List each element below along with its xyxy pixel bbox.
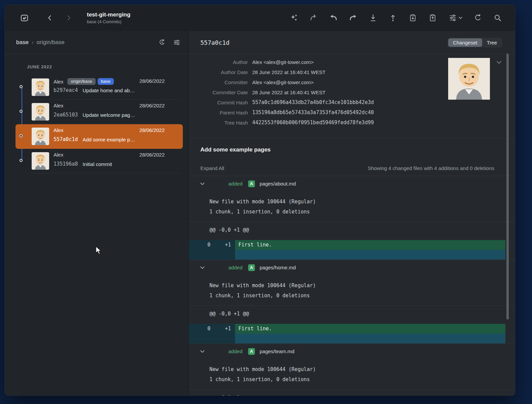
commit-row-line1: Alex origin/basebase 28/06/2022 <box>54 78 165 85</box>
changed-file-header[interactable]: added A pages/team.md <box>189 344 515 359</box>
tab-tree[interactable]: Tree <box>482 38 502 47</box>
filter-sliders-icon <box>173 38 181 46</box>
app-window: test-git-merging base (4 Commits) <box>5 5 515 396</box>
file-status-badge: A <box>248 180 255 187</box>
commit-message: Add some example p… <box>82 137 135 142</box>
quick-actions-button[interactable] <box>289 13 298 23</box>
undo-icon <box>309 13 318 22</box>
commit-date: 28/06/2022 <box>139 127 165 133</box>
hunk-header-row: @@ -0,0 +1 @@ <box>189 222 515 240</box>
commit-row[interactable]: Alex 28/06/2022 557a0c1d Add some exampl… <box>5 124 188 149</box>
window-title: test-git-merging <box>87 11 130 18</box>
repository-icon <box>20 13 29 23</box>
commit-date: 28/06/2022 <box>139 152 165 158</box>
tab-changeset[interactable]: Changeset <box>448 38 482 47</box>
file-status: added <box>208 348 242 354</box>
changed-file-header[interactable]: added A pages/about.md <box>189 176 515 191</box>
commit-row[interactable]: Alex 28/06/2022 135196a8 Initial commit <box>5 149 188 173</box>
commit-date: 28/06/2022 <box>139 103 165 108</box>
meta-label: Parent Hash <box>189 110 248 115</box>
chevron-down-icon[interactable] <box>199 265 205 271</box>
commit-hash: b297eac4 <box>54 87 78 93</box>
merge-button[interactable] <box>348 13 358 23</box>
meta-label: Author <box>189 59 248 65</box>
refresh-button[interactable] <box>473 13 483 23</box>
row-separator <box>32 173 180 173</box>
commit-list-rows: Alex origin/basebase 28/06/2022 b297eac4… <box>5 75 188 173</box>
chevron-down-icon <box>459 16 462 19</box>
chevron-down-icon <box>496 61 502 64</box>
file-status-badge: A <box>248 348 255 355</box>
workflow-button[interactable] <box>448 13 463 23</box>
changed-file-section: added A pages/home.md New file with mode… <box>189 260 515 343</box>
meta-label: Tree Hash <box>189 120 248 126</box>
meta-label: Commit Hash <box>189 100 248 105</box>
changed-file-header[interactable]: added A pages/home.md <box>189 260 515 275</box>
repository-button[interactable] <box>20 13 29 23</box>
apply-stash-icon <box>428 13 437 22</box>
apply-stash-button[interactable] <box>428 13 437 23</box>
hunk-header-row: @@ -0,0 +1 @@ <box>189 389 515 396</box>
file-info: New file with mode 100644 (Regular)1 chu… <box>189 275 515 305</box>
breadcrumb-separator: › <box>32 39 34 46</box>
chevron-down-icon[interactable] <box>199 348 205 355</box>
commit-avatar <box>32 128 49 145</box>
changed-file-section: added A pages/team.md New file with mode… <box>189 343 515 396</box>
timeline-dot <box>20 159 23 162</box>
forward-button[interactable] <box>64 13 73 23</box>
file-path: pages/about.md <box>260 181 296 187</box>
avatar-menu-button[interactable] <box>496 60 502 66</box>
commit-message-title: Add some example pages <box>200 146 494 153</box>
changed-files-summary: Showing 4 changed files with 4 additions… <box>368 165 494 171</box>
expand-all-link[interactable]: Expand All <box>200 165 224 171</box>
meta-row: Parent Hash 135196a8db65e57433a3a7353fa4… <box>189 107 515 117</box>
undo-button[interactable] <box>309 13 318 23</box>
history-icon <box>158 38 166 46</box>
chevron-down-icon[interactable] <box>199 181 205 187</box>
diff-lines: 0+1First line. <box>189 324 505 343</box>
commit-row[interactable]: Alex origin/basebase 28/06/2022 b297eac4… <box>5 75 188 100</box>
search-button[interactable] <box>493 13 502 23</box>
commit-row-line1: Alex 28/06/2022 <box>54 127 165 133</box>
fetch-button[interactable] <box>329 13 338 23</box>
stash-button[interactable] <box>408 13 418 23</box>
avatar-illustration <box>32 78 49 96</box>
file-list: added A pages/about.md New file with mod… <box>189 176 515 396</box>
breadcrumb-branch[interactable]: base <box>16 39 29 46</box>
commit-hash: 135196a8 <box>54 161 78 167</box>
back-button[interactable] <box>45 13 55 23</box>
pull-button[interactable] <box>368 13 378 23</box>
file-info-line: 1 chunk, 1 insertion, 0 deletions <box>209 291 515 301</box>
meta-label: Author Date <box>189 69 248 75</box>
commit-row-line2: b297eac4 Update home and ab… <box>54 87 165 93</box>
file-info-line: New file with mode 100644 (Regular) <box>209 364 515 374</box>
file-info-line: New file with mode 100644 (Regular) <box>209 280 515 291</box>
commit-hash: 2ea65103 <box>54 112 78 118</box>
scrollbar-thumb[interactable] <box>506 54 509 319</box>
file-status: added <box>208 181 242 187</box>
timeline-dot <box>20 85 23 88</box>
back-chevron-icon <box>46 14 54 22</box>
push-button[interactable] <box>388 13 398 23</box>
meta-label: Committer Date <box>189 90 248 95</box>
diff-line <box>189 250 505 260</box>
file-status-badge: A <box>248 264 255 271</box>
hunk-header-row: @@ -0,0 +1 @@ <box>189 305 515 324</box>
commit-avatar <box>32 152 49 170</box>
meta-value: 4422553f060b006f0951bed59469fedd78fe3d99 <box>252 120 374 126</box>
branch-badge: base <box>98 78 114 85</box>
breadcrumb-remote-branch[interactable]: origin/base <box>37 39 65 46</box>
compare-history-button[interactable] <box>157 38 167 47</box>
commit-row[interactable]: Alex 28/06/2022 2ea65103 Update welcome … <box>5 100 188 124</box>
commit-author: Alex <box>54 79 63 85</box>
view-switcher[interactable]: ChangesetTree <box>447 38 502 47</box>
timeline-dot <box>20 110 23 113</box>
meta-value: 28 June 2022 at 16:40:41 WEST <box>252 90 326 95</box>
diff-line <box>189 334 505 343</box>
filter-options-button[interactable] <box>172 38 181 47</box>
commit-message: Update welcome pag… <box>82 112 135 118</box>
commit-avatar <box>32 78 49 96</box>
file-info: New file with mode 100644 (Regular)1 chu… <box>189 359 515 389</box>
commit-author: Alex <box>54 127 63 133</box>
commit-date: 28/06/2022 <box>139 78 165 84</box>
